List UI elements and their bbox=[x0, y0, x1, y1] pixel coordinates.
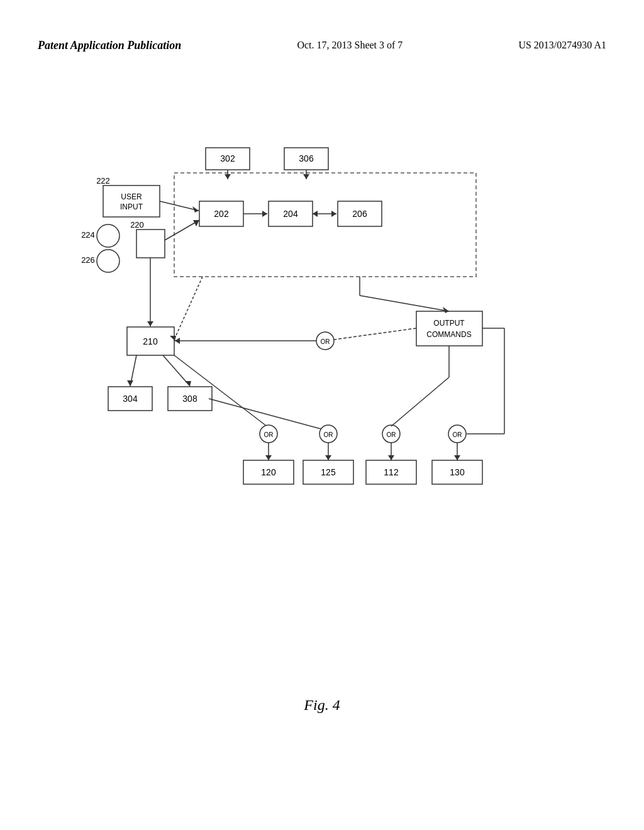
or-label-3: OR bbox=[387, 431, 396, 438]
node-306-label: 306 bbox=[299, 153, 314, 163]
arrow-210-or1 bbox=[174, 355, 269, 428]
arrowhead-210-308 bbox=[185, 381, 191, 386]
node-206-label: 206 bbox=[352, 209, 367, 219]
main-system-rect bbox=[174, 173, 476, 277]
arrowhead-or1-120 bbox=[265, 455, 272, 460]
node-222-label: 222 bbox=[96, 176, 110, 185]
node-210-label: 210 bbox=[143, 336, 158, 346]
dashed-to-210-a bbox=[174, 277, 203, 340]
arrowhead-202-204 bbox=[262, 211, 267, 217]
node-125-label: 125 bbox=[321, 467, 336, 477]
user-input-rect bbox=[103, 185, 160, 217]
user-input-label-line2: INPUT bbox=[120, 202, 143, 211]
arrowhead-204-206-right bbox=[331, 211, 336, 217]
or-label-2: OR bbox=[324, 431, 333, 438]
figure-caption: Fig. 4 bbox=[304, 697, 340, 714]
dashed-output-or bbox=[325, 328, 416, 341]
node-226-circle bbox=[97, 250, 119, 272]
header-publication-label: Patent Application Publication bbox=[38, 38, 181, 53]
arrowhead-306 bbox=[303, 174, 309, 179]
output-commands-rect bbox=[416, 311, 482, 346]
arrow-to-output bbox=[360, 296, 449, 311]
arrowhead-or4-130 bbox=[454, 455, 460, 460]
or-label-1: OR bbox=[264, 431, 274, 438]
page: Patent Application Publication Oct. 17, … bbox=[0, 0, 644, 830]
node-120-label: 120 bbox=[261, 467, 276, 477]
output-commands-label1: OUTPUT bbox=[433, 319, 465, 328]
node-304-label: 304 bbox=[123, 394, 138, 404]
user-input-label-line1: USER bbox=[121, 192, 142, 201]
diagram-svg: 302 306 USER INPUT 222 224 226 2 bbox=[77, 138, 567, 528]
arrow-output-or3 bbox=[391, 377, 449, 426]
node-220-rect bbox=[136, 230, 165, 258]
header-date-sheet: Oct. 17, 2013 Sheet 3 of 7 bbox=[297, 38, 402, 53]
arrowhead-or2-125 bbox=[325, 455, 331, 460]
node-226-label: 226 bbox=[81, 255, 95, 265]
header-patent-number: US 2013/0274930 A1 bbox=[518, 38, 606, 53]
arrowhead-302 bbox=[225, 174, 231, 179]
node-302-label: 302 bbox=[220, 153, 235, 163]
arrow-userinput-202 bbox=[160, 201, 199, 211]
arrowhead-to-210 bbox=[170, 336, 176, 341]
output-commands-label2: COMMANDS bbox=[426, 330, 471, 339]
node-204-label: 204 bbox=[283, 209, 298, 219]
arrowhead-210-304 bbox=[127, 380, 133, 386]
or-label-4: OR bbox=[453, 431, 462, 438]
node-224-circle bbox=[97, 224, 119, 247]
node-224-label: 224 bbox=[81, 230, 95, 240]
node-130-label: 130 bbox=[450, 467, 465, 477]
header: Patent Application Publication Oct. 17, … bbox=[0, 38, 644, 53]
or-label-main: OR bbox=[321, 338, 330, 345]
node-308-label: 308 bbox=[182, 394, 197, 404]
arrowhead-or3-112 bbox=[388, 455, 394, 460]
node-202-label: 202 bbox=[214, 209, 229, 219]
node-220-label: 220 bbox=[130, 220, 144, 230]
arrowhead-or-210 bbox=[175, 338, 180, 344]
arrowhead-204-206-left bbox=[313, 211, 318, 217]
arrow-220-main bbox=[165, 220, 199, 240]
node-112-label: 112 bbox=[384, 467, 399, 477]
arrowhead-220-210 bbox=[147, 321, 153, 326]
diagram-container: 302 306 USER INPUT 222 224 226 2 bbox=[77, 138, 567, 528]
